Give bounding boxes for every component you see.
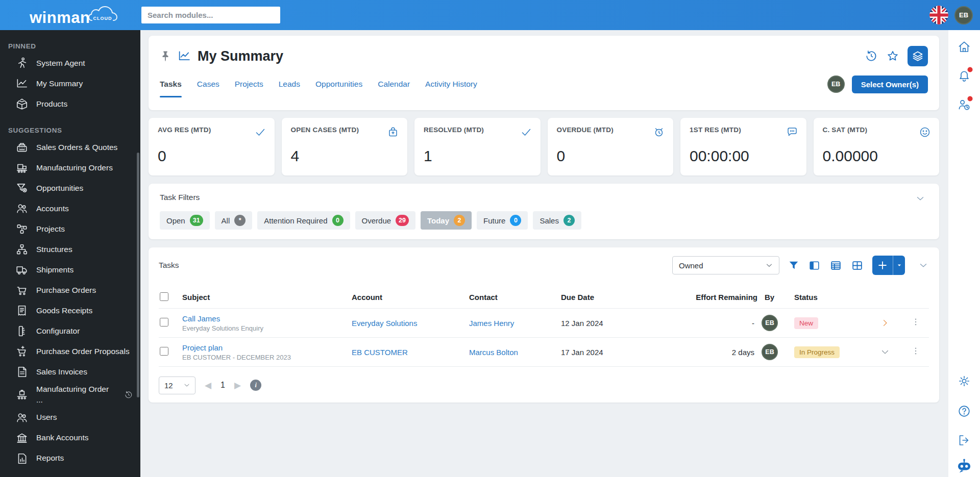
notifications-bell-icon[interactable] xyxy=(958,69,971,83)
tab-leads[interactable]: Leads xyxy=(279,80,300,89)
sidebar-item-opportunities[interactable]: Opportunities xyxy=(0,178,140,198)
add-task-caret[interactable] xyxy=(893,256,905,275)
column-header-by[interactable]: By xyxy=(757,293,794,302)
plus-icon xyxy=(877,260,888,271)
list-view-icon[interactable] xyxy=(829,259,842,272)
task-subject-link[interactable]: Call James xyxy=(182,314,352,323)
sidebar-scrollbar[interactable] xyxy=(137,153,139,397)
add-task-button[interactable] xyxy=(872,256,893,275)
filter-chip-sales[interactable]: Sales 2 xyxy=(533,211,581,230)
column-header-effort-remaining[interactable]: Effort Remaining xyxy=(666,293,757,302)
people-icon xyxy=(15,411,29,424)
sidebar-item-configurator[interactable]: Configurator xyxy=(0,321,140,341)
filter-chip-future[interactable]: Future 0 xyxy=(477,211,528,230)
account-link[interactable]: Everyday Solutions xyxy=(352,319,469,328)
sidebar-item-structures[interactable]: Structures xyxy=(0,239,140,260)
uk-flag-icon[interactable] xyxy=(929,6,948,24)
chevron-down-icon[interactable] xyxy=(918,260,929,271)
sidebar-item-users[interactable]: Users xyxy=(0,408,140,428)
pin-icon[interactable] xyxy=(160,50,171,63)
filter-chip-today[interactable]: Today 2 xyxy=(421,211,472,230)
row-menu-dots-icon[interactable] xyxy=(911,317,920,327)
column-header-status[interactable]: Status xyxy=(794,293,880,302)
cart-plus-icon xyxy=(15,345,29,358)
sidebar-item-system-agent[interactable]: System Agent xyxy=(0,53,140,73)
account-link[interactable]: EB CUSTOMER xyxy=(352,348,469,357)
tab-tasks[interactable]: Tasks xyxy=(160,80,182,89)
sidebar-item-goods-receipts[interactable]: Goods Receipts xyxy=(0,300,140,321)
row-checkbox[interactable] xyxy=(160,318,168,327)
next-page-icon[interactable]: ▶ xyxy=(234,380,241,391)
filter-chip-attention-required[interactable]: Attention Required 0 xyxy=(257,211,350,230)
filter-chip-open[interactable]: Open 31 xyxy=(160,211,210,230)
sidebar-item-manufacturing-order-recent[interactable]: Manufacturing Order ... xyxy=(0,382,140,408)
row-checkbox[interactable] xyxy=(160,347,168,356)
column-header-subject[interactable]: Subject xyxy=(182,293,352,302)
layers-button[interactable] xyxy=(908,46,928,66)
search-input[interactable] xyxy=(141,7,280,23)
sidebar-item-projects[interactable]: Projects xyxy=(0,219,140,239)
sidebar-item-shipments[interactable]: Shipments xyxy=(0,260,140,280)
sidebar-item-reports[interactable]: Reports xyxy=(0,448,140,469)
right-rail xyxy=(948,30,980,477)
add-task-split-button[interactable] xyxy=(872,256,905,275)
chevron-down-icon[interactable] xyxy=(915,193,926,204)
filter-chip-overdue[interactable]: Overdue 29 xyxy=(355,211,415,230)
split-view-icon[interactable] xyxy=(808,259,821,272)
select-owners-button[interactable]: Select Owner(s) xyxy=(852,76,928,93)
stat-label: RESOLVED (MTD) xyxy=(424,126,484,134)
history-icon[interactable] xyxy=(865,49,878,63)
sidebar-item-bank-accounts[interactable]: Bank Accounts xyxy=(0,428,140,448)
help-icon[interactable] xyxy=(958,405,971,418)
filter-chip-all[interactable]: All * xyxy=(215,211,253,230)
chevron-down-icon[interactable] xyxy=(880,347,890,357)
user-avatar[interactable]: EB xyxy=(954,6,973,24)
tab-activity-history[interactable]: Activity History xyxy=(425,80,477,89)
owner-avatar[interactable]: EB xyxy=(827,76,845,93)
page-size-select[interactable]: 12 xyxy=(159,376,195,394)
people-icon xyxy=(15,202,29,215)
select-all-checkbox[interactable] xyxy=(160,292,168,301)
filter-chips: Open 31 All * Attention Required 0 Overd… xyxy=(160,211,928,230)
truck-icon xyxy=(15,263,29,277)
sidebar-item-accounts[interactable]: Accounts xyxy=(0,198,140,219)
contact-link[interactable]: James Henry xyxy=(469,319,561,328)
sidebar-item-purchase-orders[interactable]: Purchase Orders xyxy=(0,280,140,300)
assignee-avatar[interactable]: EB xyxy=(762,315,778,331)
receipt-icon xyxy=(15,304,29,317)
tab-calendar[interactable]: Calendar xyxy=(378,80,410,89)
sidebar-item-manufacturing-orders[interactable]: Manufacturing Orders xyxy=(0,158,140,178)
settings-gear-icon[interactable] xyxy=(958,374,971,388)
table-row[interactable]: Call James Everyday Solutions Enquiry Ev… xyxy=(159,309,929,338)
previous-page-icon[interactable]: ◀ xyxy=(205,380,211,391)
sidebar-item-products[interactable]: Products xyxy=(0,94,140,114)
home-icon[interactable] xyxy=(958,40,971,54)
assignee-avatar[interactable]: EB xyxy=(762,344,778,360)
sidebar-item-purchase-order-proposals[interactable]: Purchase Order Proposals xyxy=(0,341,140,362)
favorite-star-icon[interactable] xyxy=(886,49,899,63)
row-menu-dots-icon[interactable] xyxy=(911,346,920,356)
table-row[interactable]: Project plan EB CUSTOMER - DECEMBER 2023… xyxy=(159,338,929,367)
sidebar-item-label: Products xyxy=(36,99,67,110)
ownership-select[interactable]: Owned xyxy=(672,256,779,274)
info-icon[interactable]: i xyxy=(250,380,261,391)
tab-cases[interactable]: Cases xyxy=(197,80,219,89)
chevron-right-icon[interactable] xyxy=(880,318,890,328)
chatbot-icon[interactable] xyxy=(955,457,973,476)
sidebar-item-my-summary[interactable]: My Summary xyxy=(0,73,140,94)
logout-icon[interactable] xyxy=(958,434,971,447)
filter-funnel-icon[interactable] xyxy=(788,260,799,271)
tab-projects[interactable]: Projects xyxy=(235,80,263,89)
invoice-icon xyxy=(15,365,29,379)
column-header-contact[interactable]: Contact xyxy=(469,293,561,302)
sidebar-item-sales-invoices[interactable]: Sales Invoices xyxy=(0,362,140,382)
column-header-due-date[interactable]: Due Date xyxy=(561,293,666,302)
task-subject-link[interactable]: Project plan xyxy=(182,343,352,352)
tab-opportunities[interactable]: Opportunities xyxy=(315,80,362,89)
contact-link[interactable]: Marcus Bolton xyxy=(469,348,561,357)
column-header-account[interactable]: Account xyxy=(352,293,469,302)
sidebar-item-sales-orders-quotes[interactable]: Sales Orders & Quotes xyxy=(0,137,140,158)
user-activity-icon[interactable] xyxy=(958,98,971,112)
sidebar-item-label: Sales Orders & Quotes xyxy=(36,142,117,153)
grid-view-icon[interactable] xyxy=(851,259,864,272)
